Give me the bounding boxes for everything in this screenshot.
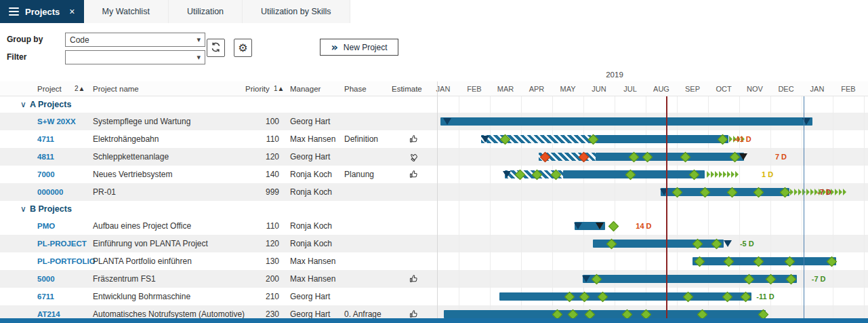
- project-row[interactable]: 7 D4811Schleppkettenanlage120Georg Hart: [0, 148, 868, 166]
- date-marker-triangle: [503, 171, 511, 178]
- gantt-bar[interactable]: [596, 135, 728, 143]
- group-label: B Projects: [30, 201, 72, 217]
- month-label: MAY: [552, 81, 583, 96]
- group-header-row[interactable]: ∨A Projects: [0, 96, 868, 113]
- project-row[interactable]: PL-PORTFOLIOPLANTA Portfolio einführen13…: [0, 252, 868, 270]
- thumbs-up-icon[interactable]: [392, 270, 436, 288]
- duration-label: -11 D: [756, 288, 774, 305]
- tab-projects-label: Projects: [25, 7, 60, 17]
- phase-value: Definition: [344, 130, 378, 148]
- project-name: Systempflege und Wartung: [93, 113, 190, 130]
- priority-value: 140: [239, 166, 279, 183]
- thumbs-up-icon[interactable]: [392, 130, 436, 148]
- date-marker-triangle: [724, 240, 732, 247]
- project-code-link[interactable]: 4711: [37, 130, 54, 148]
- settings-button[interactable]: ⚙: [234, 39, 252, 57]
- project-name: Neues Vertriebsystem: [93, 166, 172, 183]
- priority-value: 110: [239, 217, 279, 235]
- gantt-bar[interactable]: [693, 257, 836, 265]
- gantt-bar[interactable]: [481, 135, 596, 143]
- manager-name: Ronja Koch: [290, 217, 332, 235]
- group-by-value: Code: [70, 35, 89, 45]
- duration-label: 14 D: [636, 217, 651, 235]
- priority-value: 200: [239, 270, 279, 288]
- close-icon[interactable]: ×: [69, 6, 75, 17]
- project-row[interactable]: 14 DPMOAufbau eines Project Office110Ron…: [0, 217, 868, 235]
- date-marker-triangle: [443, 118, 451, 125]
- gantt-bar[interactable]: [499, 292, 752, 301]
- refresh-button[interactable]: [207, 39, 225, 57]
- date-marker-triangle: [582, 276, 590, 282]
- date-marker-triangle: [596, 223, 604, 229]
- date-marker-triangle: [574, 223, 582, 229]
- chevron-down-icon: ▾: [197, 35, 201, 44]
- project-code-link[interactable]: 5000: [37, 270, 55, 288]
- tab-projects[interactable]: Projects ×: [0, 0, 84, 23]
- month-label: OCT: [708, 81, 739, 96]
- month-scale: JANFEBMARAPRMAYJUNJULAUGSEPOCTNOVDECJANF…: [0, 81, 868, 96]
- duration-label: -5 D: [740, 235, 754, 252]
- month-label: MAR: [490, 81, 521, 96]
- planta-project-app: Projects × My Watchlist Utilization Util…: [0, 0, 868, 323]
- group-by-select[interactable]: Code ▾: [65, 33, 205, 47]
- milestone-diamond[interactable]: [608, 221, 619, 232]
- priority-value: 999: [239, 183, 279, 201]
- priority-value: 100: [239, 113, 279, 130]
- collapse-chevron-icon[interactable]: ∨: [20, 201, 26, 217]
- new-project-button[interactable]: » New Project: [320, 39, 398, 56]
- project-code-link[interactable]: S+W 20XX: [37, 113, 76, 130]
- project-row[interactable]: -7 D5000Fräszentrum FS1200Max Hansen: [0, 270, 868, 288]
- month-label: NOV: [739, 81, 770, 96]
- gantt-bar[interactable]: [440, 117, 812, 126]
- refresh-icon: [210, 41, 222, 55]
- project-code-link[interactable]: PL-PORTFOLIO: [37, 252, 96, 270]
- thumbs-up-icon[interactable]: [392, 166, 436, 183]
- project-code-link[interactable]: 6711: [37, 288, 54, 305]
- project-code-link[interactable]: PMO: [37, 217, 55, 235]
- project-name: Schleppkettenanlage: [93, 148, 169, 166]
- project-code-link[interactable]: 4811: [37, 148, 54, 166]
- manager-name: Max Hansen: [290, 130, 335, 148]
- project-row[interactable]: -11 D6711Entwicklung Bohrmaschine210Geor…: [0, 288, 868, 305]
- tab-my-watchlist[interactable]: My Watchlist: [84, 0, 169, 23]
- manager-name: Georg Hart: [290, 113, 330, 130]
- project-code-link[interactable]: PL-PROJECT: [37, 235, 87, 252]
- project-row[interactable]: -41 D4711Elektrohängebahn110Max HansenDe…: [0, 130, 868, 148]
- collapse-chevron-icon[interactable]: ∨: [20, 96, 26, 113]
- filter-select[interactable]: ▾: [65, 50, 205, 64]
- duration-label: -7 D: [812, 270, 826, 288]
- tab-utilization-by-skills[interactable]: Utilization by Skills: [243, 0, 350, 23]
- month-label: JUN: [583, 81, 615, 96]
- project-row[interactable]: S+W 20XXSystempflege und Wartung100Georg…: [0, 113, 868, 130]
- panel-divider[interactable]: [437, 81, 438, 323]
- project-row[interactable]: -5 DPL-PROJECTEinführung von PLANTA Proj…: [0, 235, 868, 252]
- project-name: Elektrohängebahn: [93, 130, 159, 148]
- gantt-bar[interactable]: [596, 153, 744, 161]
- manager-name: Max Hansen: [290, 252, 335, 270]
- group-header-row[interactable]: ∨B Projects: [0, 201, 868, 217]
- project-name: Aufbau eines Project Office: [93, 217, 191, 235]
- project-name: Fräszentrum FS1: [93, 270, 156, 288]
- project-row[interactable]: -7 D000000PR-01999Ronja Koch: [0, 183, 868, 201]
- manager-name: Ronja Koch: [290, 183, 332, 201]
- project-code-link[interactable]: 7000: [37, 166, 55, 183]
- gear-icon: ⚙: [238, 43, 247, 54]
- priority-value: 130: [239, 252, 279, 270]
- menu-icon[interactable]: [9, 7, 19, 16]
- tab-utilization[interactable]: Utilization: [169, 0, 243, 23]
- manager-name: Georg Hart: [290, 288, 330, 305]
- manager-name: Georg Hart: [290, 148, 330, 166]
- gantt-bar[interactable]: [444, 310, 766, 318]
- project-row[interactable]: 1 D7000Neues Vertriebsystem140Ronja Koch…: [0, 166, 868, 183]
- phase-value: Planung: [344, 166, 374, 183]
- tab-my-watchlist-label: My Watchlist: [102, 7, 150, 16]
- project-name: PLANTA Portfolio einführen: [93, 252, 192, 270]
- chevron-down-icon: ▾: [197, 53, 201, 62]
- priority-value: 120: [239, 148, 279, 166]
- filter-label: Filter: [7, 52, 26, 62]
- project-code-link[interactable]: 000000: [37, 183, 63, 201]
- double-chevron-icon: »: [331, 42, 337, 53]
- duration-label: -41 D: [733, 130, 751, 148]
- hand-icon[interactable]: [392, 148, 436, 166]
- deadline-line: [804, 96, 804, 323]
